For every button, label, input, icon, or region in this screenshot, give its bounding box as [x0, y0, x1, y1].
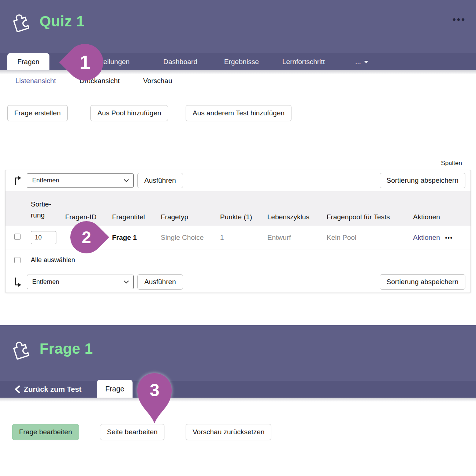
aktionen-dots-icon[interactable]: •••	[445, 234, 453, 241]
question-header: Frage 1	[0, 325, 476, 381]
cell-aktionen: Aktionen •••	[413, 234, 471, 242]
bulk-action-select[interactable]: Entfernen	[27, 173, 134, 188]
step-marker-3: 3	[136, 379, 173, 401]
apply-to-bottom-arrow-icon	[14, 277, 22, 287]
puzzle-piece-icon	[10, 10, 33, 32]
col-fragentitel: Fragentitel	[112, 213, 161, 221]
subtab-listenansicht[interactable]: Listenansicht	[15, 77, 56, 85]
save-sorting-button-bottom[interactable]: Sortierung abspeichern	[380, 274, 465, 290]
table-toolbar-bottom: Entfernen Ausführen Sortierung abspeiche…	[5, 271, 471, 293]
apply-to-top-arrow-icon	[14, 176, 22, 186]
cell-fragetyp: Single Choice	[161, 234, 220, 242]
tab-lernfortschritt[interactable]: Lernfortschritt	[282, 53, 325, 70]
col-fragenpool: Fragenpool für Tests	[327, 213, 413, 221]
chevron-down-icon	[364, 61, 368, 63]
step-marker-2: 2	[70, 221, 103, 253]
button-divider	[83, 103, 83, 123]
chevron-down-icon	[124, 280, 129, 284]
save-sorting-button-top[interactable]: Sortierung abspeichern	[380, 173, 465, 188]
frage-bearbeiten-button[interactable]: Frage bearbeiten	[12, 424, 79, 440]
spalten-menu[interactable]: Spalten	[441, 160, 462, 167]
row-checkbox[interactable]	[14, 234, 21, 240]
select-all-label: Alle auswählen	[31, 256, 75, 264]
tab-ergebnisse[interactable]: Ergebnisse	[224, 53, 259, 70]
seite-bearbeiten-button[interactable]: Seite bearbeiten	[100, 424, 164, 440]
col-fragetyp: Fragetyp	[161, 213, 220, 221]
aus-anderem-test-button[interactable]: Aus anderem Test hinzufügen	[186, 105, 291, 121]
table-toolbar-top: Entfernen Ausführen Sortierung abspeiche…	[5, 170, 471, 191]
cell-lebenszyklus: Entwurf	[267, 234, 327, 242]
question-title: Frage 1	[40, 341, 93, 357]
cell-fragentitel: Frage 1	[112, 234, 161, 242]
frage-erstellen-button[interactable]: Frage erstellen	[7, 105, 68, 121]
col-sortierung: Sortie- rung	[31, 199, 65, 221]
puzzle-piece-icon	[10, 337, 33, 360]
col-aktionen: Aktionen	[413, 213, 471, 221]
cell-punkte: 1	[220, 234, 267, 242]
question-tabbar: Zurück zum Test Frage k	[0, 381, 476, 398]
tabbar-shadow	[0, 398, 476, 402]
col-lebenszyklus: Lebenszyklus	[267, 213, 327, 221]
chevron-left-icon	[15, 386, 20, 393]
ausfuehren-button-bottom[interactable]: Ausführen	[137, 274, 183, 290]
tab-more[interactable]: ...	[355, 53, 368, 70]
aktionen-link[interactable]: Aktionen	[413, 234, 440, 241]
select-all-checkbox[interactable]	[14, 257, 21, 263]
aus-pool-button[interactable]: Aus Pool hinzufügen	[90, 105, 168, 121]
table-header-row: Sortie- rung Fragen-ID Fragentitel Frage…	[5, 191, 471, 226]
subtab-vorschau[interactable]: Vorschau	[143, 77, 172, 85]
bulk-action-select-bottom[interactable]: Entfernen	[27, 275, 134, 289]
back-to-test-link[interactable]: Zurück zum Test	[15, 381, 81, 398]
step-marker-1: 1	[67, 44, 103, 81]
cell-fragenpool: Kein Pool	[327, 234, 413, 242]
sort-value-input[interactable]	[31, 231, 56, 244]
col-punkte: Punkte (1)	[220, 213, 267, 221]
header-menu-icon[interactable]: •••	[453, 14, 466, 25]
vorschau-zuruecksetzen-button[interactable]: Vorschau zurücksetzen	[186, 424, 271, 440]
tab-dashboard[interactable]: Dashboard	[163, 53, 197, 70]
chevron-down-icon	[124, 179, 129, 182]
col-fragen-id: Fragen-ID	[65, 213, 112, 221]
ilias-quiz-tutorial: Quiz 1 ••• Fragen Einstellungen Dashboar…	[0, 0, 476, 476]
page-title: Quiz 1	[40, 13, 85, 30]
ausfuehren-button-top[interactable]: Ausführen	[137, 173, 183, 188]
